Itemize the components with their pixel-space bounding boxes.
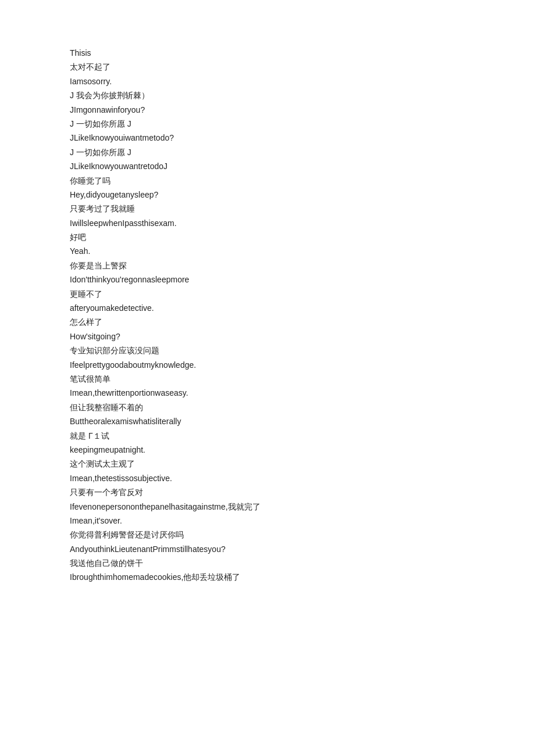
text-line: keepingmeupatnight. <box>70 443 465 456</box>
content-block: Buttheoralexamiswhatisliterally <box>70 415 465 428</box>
text-line: Buttheoralexamiswhatisliterally <box>70 415 465 428</box>
content-block: 这个测试太主观了 <box>70 457 465 470</box>
text-line: JLikeIknowyouwantretodoJ <box>70 160 465 173</box>
text-line: 你睡觉了吗 <box>70 174 465 187</box>
content-block: 笔试很简单 <box>70 372 465 385</box>
text-line: J 一切如你所愿 J <box>70 146 465 159</box>
content-block: Ibroughthimhomemadecookies,他却丢垃圾桶了 <box>70 571 465 583</box>
main-content: Thisis太对不起了Iamsosorry.J 我会为你披荆斩棘）JImgonn… <box>70 46 465 584</box>
content-block: 专业知识部分应该没问题 <box>70 344 465 357</box>
content-block: 只要考过了我就睡 <box>70 202 465 215</box>
text-line: How'sitgoing? <box>70 330 465 343</box>
text-line: Ifevenonepersononthepanelhasitagainstme,… <box>70 500 465 513</box>
content-block: 你觉得普利姆警督还是讨厌你吗 <box>70 528 465 541</box>
content-block: Imean,thetestissosubjective. <box>70 472 465 485</box>
text-line: Imean,thetestissosubjective. <box>70 472 465 485</box>
content-block: 好吧 <box>70 231 465 243</box>
content-block: J 一切如你所愿 J <box>70 117 465 130</box>
text-line: JImgonnawinforyou? <box>70 103 465 116</box>
content-block: IwillsleepwhenIpassthisexam. <box>70 217 465 230</box>
text-line: J 一切如你所愿 J <box>70 117 465 130</box>
content-block: 更睡不了 <box>70 288 465 300</box>
content-block: keepingmeupatnight. <box>70 443 465 456</box>
content-block: Idon'tthinkyou'regonnasleepmore <box>70 273 465 286</box>
content-block: 怎么样了 <box>70 316 465 328</box>
content-block: Imean,thewrittenportionwaseasy. <box>70 386 465 399</box>
text-line: Imean,it'sover. <box>70 514 465 527</box>
text-line: 你觉得普利姆警督还是讨厌你吗 <box>70 528 465 541</box>
content-block: 但让我整宿睡不着的 <box>70 401 465 414</box>
text-line: afteryoumakedetective. <box>70 302 465 314</box>
text-line: 更睡不了 <box>70 288 465 300</box>
content-block: Ifevenonepersononthepanelhasitagainstme,… <box>70 500 465 513</box>
text-line: J 我会为你披荆斩棘） <box>70 89 465 102</box>
text-line: 但让我整宿睡不着的 <box>70 401 465 414</box>
content-block: 太对不起了 <box>70 60 465 73</box>
content-block: JImgonnawinforyou? <box>70 103 465 116</box>
content-block: 就是 Γ１试 <box>70 429 465 442</box>
content-block: JLikeIknowyouiwantmetodo? <box>70 131 465 144</box>
text-line: 太对不起了 <box>70 60 465 73</box>
text-line: 怎么样了 <box>70 316 465 328</box>
text-line: 这个测试太主观了 <box>70 457 465 470</box>
text-line: IwillsleepwhenIpassthisexam. <box>70 217 465 230</box>
text-line: Thisis <box>70 46 465 59</box>
content-block: afteryoumakedetective. <box>70 302 465 314</box>
text-line: Iamsosorry. <box>70 75 465 88</box>
text-line: AndyouthinkLieutenantPrimmstillhatesyou? <box>70 543 465 556</box>
content-block: 你睡觉了吗 <box>70 174 465 187</box>
content-block: Ifeelprettygoodaboutmyknowledge. <box>70 359 465 371</box>
text-line: 好吧 <box>70 231 465 243</box>
text-line: Ifeelprettygoodaboutmyknowledge. <box>70 359 465 371</box>
text-line: 就是 Γ１试 <box>70 429 465 442</box>
content-block: How'sitgoing? <box>70 330 465 343</box>
text-line: Yeah. <box>70 245 465 257</box>
text-line: 只要考过了我就睡 <box>70 202 465 215</box>
content-block: AndyouthinkLieutenantPrimmstillhatesyou? <box>70 543 465 556</box>
text-line: 你要是当上警探 <box>70 259 465 272</box>
content-block: J 一切如你所愿 J <box>70 146 465 159</box>
text-line: Hey,didyougetanysleep? <box>70 188 465 201</box>
text-line: JLikeIknowyouiwantmetodo? <box>70 131 465 144</box>
text-line: 专业知识部分应该没问题 <box>70 344 465 357</box>
text-line: Ibroughthimhomemadecookies,他却丢垃圾桶了 <box>70 571 465 583</box>
content-block: Thisis <box>70 46 465 59</box>
content-block: Iamsosorry. <box>70 75 465 88</box>
content-block: Yeah. <box>70 245 465 257</box>
text-line: 我送他自己做的饼干 <box>70 557 465 569</box>
content-block: Imean,it'sover. <box>70 514 465 527</box>
content-block: 我送他自己做的饼干 <box>70 557 465 569</box>
content-block: 你要是当上警探 <box>70 259 465 272</box>
content-block: 只要有一个考官反对 <box>70 486 465 499</box>
text-line: 只要有一个考官反对 <box>70 486 465 499</box>
text-line: Idon'tthinkyou'regonnasleepmore <box>70 273 465 286</box>
content-block: Hey,didyougetanysleep? <box>70 188 465 201</box>
text-line: Imean,thewrittenportionwaseasy. <box>70 386 465 399</box>
text-line: 笔试很简单 <box>70 372 465 385</box>
content-block: JLikeIknowyouwantretodoJ <box>70 160 465 173</box>
content-block: J 我会为你披荆斩棘） <box>70 89 465 102</box>
